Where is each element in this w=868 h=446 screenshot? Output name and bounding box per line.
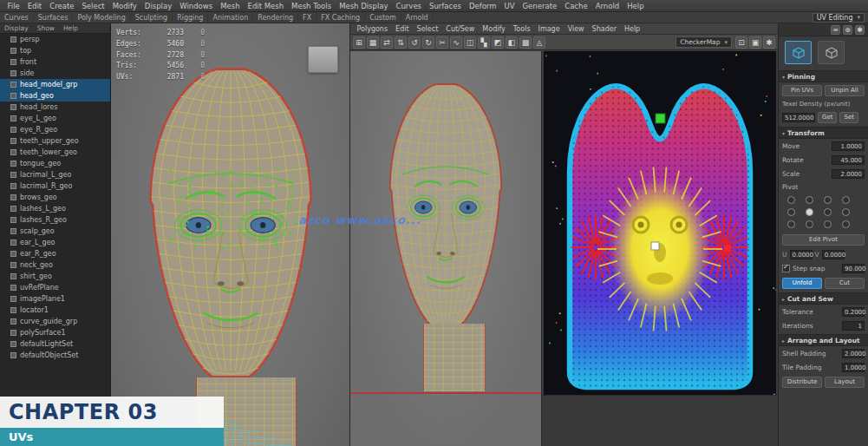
outliner-item[interactable]: eye_L_geo <box>0 113 110 124</box>
outliner-item[interactable]: teeth_upper_geo <box>0 135 110 147</box>
outliner-item[interactable]: top <box>0 45 110 56</box>
menu-item[interactable]: Help <box>623 2 648 10</box>
shelf-tab[interactable]: Rigging <box>173 14 208 22</box>
wireframe-cube-icon[interactable] <box>818 41 845 64</box>
shelf-tab[interactable]: Curves <box>0 14 34 22</box>
uv-menu-item[interactable]: Select <box>413 25 442 33</box>
cut-icon[interactable] <box>436 36 448 49</box>
outliner-item[interactable]: head_lores <box>0 102 110 113</box>
pivot-grid[interactable] <box>779 193 868 232</box>
outliner-item[interactable]: teeth_lower_geo <box>0 147 110 158</box>
tolerance-field[interactable]: 0.2000 <box>842 307 865 317</box>
section-arrange-layout[interactable]: Arrange and Layout <box>779 334 868 346</box>
pivot-dot[interactable] <box>842 196 850 204</box>
shelf-tab[interactable]: FX Caching <box>317 14 365 22</box>
outliner-item[interactable]: defaultObjectSet <box>0 350 110 361</box>
menu-item[interactable]: Cache <box>561 2 591 10</box>
outliner-item[interactable]: neck_geo <box>0 259 110 271</box>
outliner-item[interactable]: front <box>0 56 110 68</box>
outliner-item[interactable]: brows_geo <box>0 192 110 203</box>
shelf-tab[interactable]: Animation <box>208 14 253 22</box>
uv-menu-item[interactable]: Tools <box>509 25 534 33</box>
step-snap-checkbox[interactable] <box>782 265 790 272</box>
camera-icon[interactable] <box>749 36 761 49</box>
outliner-item[interactable]: shirt_geo <box>0 271 110 282</box>
menu-item[interactable]: Mesh Display <box>336 2 392 10</box>
flip-u-icon[interactable] <box>381 36 393 49</box>
shelf-tab[interactable]: Arnold <box>401 14 434 22</box>
uv-3d-view[interactable] <box>350 51 542 446</box>
shelf-tab[interactable]: Rendering <box>253 14 298 22</box>
outliner-item[interactable]: ear_L_geo <box>0 237 110 248</box>
uv-menu-item[interactable]: Shader <box>588 25 620 33</box>
uv-menu-item[interactable]: View <box>564 25 588 33</box>
uv-menu-item[interactable]: Edit <box>392 25 414 33</box>
pivot-dot[interactable] <box>787 208 795 216</box>
panel-menu-icon[interactable] <box>831 25 840 35</box>
outliner-item[interactable]: head_geo <box>0 90 110 102</box>
texel-density-field[interactable]: 512.0000 <box>782 113 815 122</box>
iterations-field[interactable]: 1 <box>842 321 865 331</box>
layout-icon[interactable] <box>478 36 490 49</box>
flip-v-icon[interactable] <box>395 36 407 49</box>
menu-item[interactable]: Generate <box>519 2 561 10</box>
outliner-item[interactable]: ear_R_geo <box>0 248 110 259</box>
layout-button[interactable]: Layout <box>825 377 865 388</box>
shaded-cube-icon[interactable] <box>785 41 812 64</box>
outliner-item[interactable]: persp <box>0 34 110 45</box>
step-snap-field[interactable]: 90.000 <box>842 264 865 273</box>
uv-pivot-handle[interactable] <box>656 114 665 123</box>
distortion-icon[interactable] <box>533 36 545 49</box>
pivot-dot[interactable] <box>842 208 850 216</box>
uv-selection-marker[interactable] <box>651 242 659 250</box>
menu-item[interactable]: Mesh Tools <box>288 2 336 10</box>
menu-item[interactable]: Modify <box>108 2 140 10</box>
pivot-dot-active[interactable] <box>806 208 813 216</box>
menu-item[interactable]: Create <box>46 2 78 10</box>
uv-menu-item[interactable]: Modify <box>479 25 510 33</box>
menu-item[interactable]: Surfaces <box>426 2 466 10</box>
shell-padding-field[interactable]: 2.0000 <box>842 349 865 358</box>
outliner-item[interactable]: curve_guide_grp <box>0 316 110 327</box>
edit-pivot-button[interactable]: Edit Pivot <box>782 234 865 246</box>
texture-dropdown[interactable]: CheckerMap <box>675 36 732 48</box>
uv-2d-view[interactable] <box>542 51 778 446</box>
outliner-item[interactable]: lashes_R_geo <box>0 214 110 226</box>
shelf-tab[interactable]: Poly Modeling <box>73 14 130 22</box>
shelf-tab[interactable]: FX <box>298 14 317 22</box>
menu-item[interactable]: Deform <box>465 2 500 10</box>
outliner-item[interactable]: lacrimal_R_geo <box>0 180 110 192</box>
pivot-dot[interactable] <box>842 220 850 228</box>
pivot-dot[interactable] <box>787 196 795 204</box>
outliner-item[interactable]: lacrimal_L_geo <box>0 169 110 180</box>
shelf-tab[interactable]: Sculpting <box>131 14 173 22</box>
uv-menu-item[interactable]: Help <box>620 25 643 33</box>
pivot-dot[interactable] <box>824 196 832 204</box>
pivot-dot[interactable] <box>806 220 813 228</box>
shelf-tab[interactable]: Surfaces <box>34 14 74 22</box>
menu-item[interactable]: UV <box>500 2 519 10</box>
section-pinning[interactable]: Pinning <box>779 70 868 82</box>
workspace-selector[interactable]: UV Editing <box>813 13 865 23</box>
outliner-item[interactable]: lashes_L_geo <box>0 203 110 214</box>
outliner-menu-item[interactable]: Show <box>33 24 59 32</box>
checker-icon[interactable] <box>519 36 532 49</box>
section-cut-sew[interactable]: Cut and Sew <box>779 292 868 305</box>
outliner-item[interactable]: side <box>0 68 110 79</box>
texel-get-button[interactable]: Get <box>818 112 837 123</box>
menu-item[interactable]: Select <box>78 2 108 10</box>
outliner-menu-item[interactable]: Display <box>0 24 33 32</box>
menu-item[interactable]: Display <box>140 2 175 10</box>
uv-menu-item[interactable]: Cut/Sew <box>442 25 479 33</box>
pivot-dot[interactable] <box>806 196 813 204</box>
pixel-snap-icon[interactable] <box>367 36 379 49</box>
pin-icon[interactable] <box>843 25 852 35</box>
pivot-dot[interactable] <box>787 220 795 228</box>
uv-menu-item[interactable]: Image <box>534 25 564 33</box>
unpin-all-button[interactable]: Unpin All <box>825 85 865 96</box>
outliner-item[interactable]: imagePlane1 <box>0 293 110 305</box>
menu-item[interactable]: Mesh <box>217 2 244 10</box>
tile-padding-field[interactable]: 1.0000 <box>842 363 865 372</box>
snapshot-icon[interactable] <box>735 36 747 49</box>
pin-uvs-button[interactable]: Pin UVs <box>782 85 822 96</box>
